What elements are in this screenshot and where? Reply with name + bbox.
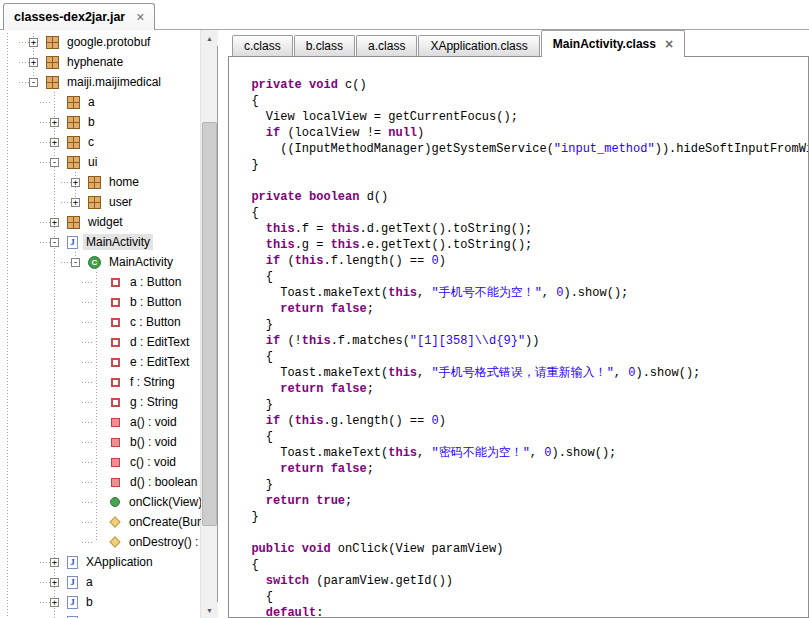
editor-tab-label: a.class: [368, 39, 405, 53]
expand-icon[interactable]: +: [71, 178, 80, 187]
package-icon: [67, 116, 80, 129]
tree-item[interactable]: -ui: [0, 152, 201, 172]
tree-item-label: hyphenate: [64, 54, 126, 70]
editor-tab-a[interactable]: a.class: [356, 35, 417, 56]
tree-item[interactable]: -maiji.maijimedical: [0, 72, 201, 92]
tree-item[interactable]: onClick(View): [0, 492, 201, 512]
code-line: }: [237, 397, 808, 413]
expand-icon[interactable]: +: [50, 218, 59, 227]
tree-connector: [82, 462, 92, 463]
tree-connector: [19, 82, 29, 83]
tree-item[interactable]: +c: [0, 132, 201, 152]
tree-item[interactable]: b() : void: [0, 432, 201, 452]
tree-item-label: d : EditText: [127, 334, 192, 350]
tree-item[interactable]: +home: [0, 172, 201, 192]
protected-method-icon: [109, 536, 120, 547]
editor-tab-c[interactable]: c.class: [232, 35, 293, 56]
expand-icon[interactable]: +: [29, 38, 38, 47]
tree-item[interactable]: b : Button: [0, 292, 201, 312]
tree-item-label: b: [85, 114, 98, 130]
tree-item-label: b: [83, 594, 96, 610]
code-line: this.f = this.d.getText().toString();: [237, 221, 808, 237]
tree-scrollbar-thumb[interactable]: [202, 122, 217, 526]
collapse-icon[interactable]: -: [29, 78, 38, 87]
tree-item[interactable]: onCreate(Bun: [0, 512, 201, 532]
expand-icon[interactable]: +: [50, 578, 59, 587]
scroll-down-button[interactable]: ▼: [201, 602, 218, 618]
expand-icon[interactable]: +: [50, 558, 59, 567]
method-icon: [111, 438, 120, 447]
tree-item[interactable]: -CMainActivity: [0, 252, 201, 272]
tree-item[interactable]: a : Button: [0, 272, 201, 292]
tree-item-label: a: [85, 94, 98, 110]
expand-icon[interactable]: +: [50, 118, 59, 127]
editor-tab-mainactivity[interactable]: MainActivity.class×: [541, 30, 685, 56]
tree-item-label: b() : void: [127, 434, 180, 450]
tree-item-label: a: [83, 574, 96, 590]
tree-item[interactable]: +Jb: [0, 592, 201, 612]
expand-icon[interactable]: +: [50, 138, 59, 147]
code-line: {: [237, 269, 808, 285]
tree-item[interactable]: c : Button: [0, 312, 201, 332]
tab-close-icon[interactable]: ×: [665, 38, 673, 50]
split-divider[interactable]: [218, 30, 228, 618]
expand-icon[interactable]: +: [29, 58, 38, 67]
tree-item-label: b : Button: [127, 294, 184, 310]
tree-connector: [40, 122, 50, 123]
tree-item[interactable]: f : String: [0, 372, 201, 392]
package-icon: [67, 216, 80, 229]
editor-tab-xapplication[interactable]: XApplication.class: [418, 35, 539, 56]
tree-item[interactable]: +google.protobuf: [0, 32, 201, 52]
field-icon: [111, 318, 120, 327]
code-line: }: [237, 509, 808, 525]
code-line: {: [237, 349, 808, 365]
tree-connector: [61, 262, 71, 263]
editor-tab-label: XApplication.class: [430, 39, 527, 53]
tree-item[interactable]: d() : boolean: [0, 472, 201, 492]
java-class-file-icon: J: [67, 236, 78, 249]
tree-item[interactable]: +user: [0, 192, 201, 212]
tree-item[interactable]: g : String: [0, 392, 201, 412]
editor-tab-label: c.class: [244, 39, 281, 53]
code-line: default:: [237, 605, 808, 618]
tree-connector: [82, 542, 92, 543]
tree-item[interactable]: d : EditText: [0, 332, 201, 352]
tree-item[interactable]: c() : void: [0, 452, 201, 472]
jar-file-tab[interactable]: classes-dex2jar.jar ×: [3, 3, 155, 30]
scroll-up-icon: ▲: [206, 35, 213, 42]
tree-item-label: onClick(View): [126, 494, 201, 510]
expand-icon[interactable]: +: [71, 198, 80, 207]
editor-tab-b[interactable]: b.class: [294, 35, 355, 56]
field-icon: [111, 398, 120, 407]
code-line: if (localView != null): [237, 125, 808, 141]
jar-tab-close-icon[interactable]: ×: [136, 11, 144, 23]
tree-item[interactable]: +Ja: [0, 572, 201, 592]
tree-item[interactable]: +J: [0, 612, 201, 618]
tree-connector: [82, 282, 92, 283]
tree-item[interactable]: a: [0, 92, 201, 112]
java-class-file-icon: J: [67, 576, 78, 589]
tree-item[interactable]: +JXApplication: [0, 552, 201, 572]
tree-item[interactable]: a() : void: [0, 412, 201, 432]
tree-item-label: e : EditText: [127, 354, 192, 370]
code-line: Toast.makeText(this, "密码不能为空！", 0).show(…: [237, 445, 808, 461]
tree-item[interactable]: -JMainActivity: [0, 232, 201, 252]
tree-connector: [40, 102, 50, 103]
scroll-up-button[interactable]: ▲: [201, 30, 218, 46]
tree-item-label: maiji.maijimedical: [64, 74, 164, 90]
collapse-icon[interactable]: -: [50, 158, 59, 167]
collapse-icon[interactable]: -: [50, 238, 59, 247]
code-pane: private void c() { View localView = getC…: [228, 56, 809, 618]
tree-scrollbar[interactable]: ▲ ▼: [200, 30, 217, 618]
code-line: if (!this.f.matches("[1][358]\\d{9}")): [237, 333, 808, 349]
tree-item[interactable]: +b: [0, 112, 201, 132]
expand-icon[interactable]: +: [50, 598, 59, 607]
tree-item[interactable]: onDestroy() :: [0, 532, 201, 552]
collapse-icon[interactable]: -: [71, 258, 80, 267]
tree-connector: [82, 502, 92, 503]
tree-guide-line: [7, 30, 8, 618]
tree-item[interactable]: e : EditText: [0, 352, 201, 372]
tree-connector: [82, 322, 92, 323]
tree-item[interactable]: +hyphenate: [0, 52, 201, 72]
tree-item[interactable]: +widget: [0, 212, 201, 232]
